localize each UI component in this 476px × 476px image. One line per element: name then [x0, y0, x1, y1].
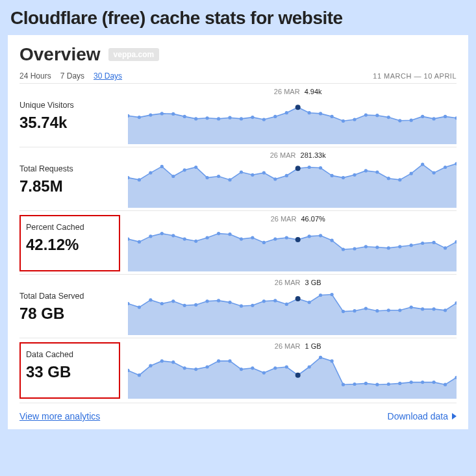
hover-date: 26 MAR	[274, 88, 300, 95]
svg-point-121	[138, 373, 141, 377]
svg-point-108	[331, 293, 334, 296]
svg-point-39	[228, 178, 231, 181]
spark-chart-total-data[interactable]: 26 MAR 3 GB	[128, 279, 457, 335]
svg-point-143	[387, 382, 390, 386]
metric-row-percent-cached: Percent Cached 42.12% 26 MAR 46.07%	[19, 210, 457, 274]
svg-point-106	[308, 301, 311, 304]
view-more-analytics-link[interactable]: View more analytics	[19, 411, 100, 421]
svg-point-116	[421, 307, 424, 310]
hover-date: 26 MAR	[275, 342, 301, 350]
chevron-right-icon	[452, 413, 457, 420]
svg-point-93	[160, 302, 164, 305]
spark-chart-total-requests[interactable]: 26 MAR 281.33k	[128, 151, 457, 208]
svg-point-4	[171, 112, 175, 116]
svg-point-76	[308, 234, 311, 238]
svg-point-139	[342, 383, 345, 386]
range-30d[interactable]: 30 Days	[94, 71, 122, 81]
svg-point-54	[398, 178, 401, 181]
svg-point-66	[194, 240, 197, 243]
svg-point-31	[138, 178, 141, 181]
svg-point-7	[206, 116, 209, 119]
svg-point-27	[432, 117, 436, 120]
svg-point-85	[410, 244, 413, 247]
svg-point-67	[206, 236, 209, 239]
svg-point-80	[353, 247, 356, 250]
svg-point-20	[353, 118, 356, 121]
svg-point-52	[375, 170, 379, 173]
download-data-label: Download data	[388, 411, 448, 421]
hover-value: 4.94k	[305, 88, 322, 95]
svg-point-18	[331, 115, 334, 118]
svg-point-123	[160, 359, 164, 362]
svg-point-17	[319, 112, 322, 115]
svg-point-147	[432, 381, 436, 384]
svg-point-140	[353, 382, 356, 386]
svg-point-138	[331, 359, 334, 362]
svg-point-10	[240, 117, 243, 120]
hover-label: 26 MAR 4.94k	[274, 88, 322, 95]
download-data-link[interactable]: Download data	[388, 411, 457, 421]
svg-point-145	[410, 381, 413, 384]
hover-date: 26 MAR	[275, 279, 301, 286]
metric-value: 33 GB	[26, 363, 114, 381]
svg-point-95	[183, 304, 186, 307]
svg-point-73	[273, 238, 277, 241]
metric-label: Percent Cached	[26, 223, 114, 232]
svg-point-78	[331, 239, 334, 242]
svg-point-96	[194, 303, 197, 307]
svg-point-92	[149, 298, 152, 301]
svg-point-61	[138, 240, 141, 244]
metric-label: Total Data Served	[19, 292, 120, 301]
svg-point-68	[217, 232, 220, 235]
metric-label: Unique Visitors	[19, 101, 120, 110]
metric-value: 42.12%	[26, 236, 114, 254]
metric-info-highlighted: Percent Cached 42.12%	[19, 215, 120, 271]
svg-point-97	[206, 299, 209, 303]
svg-point-72	[262, 241, 266, 244]
spark-chart-percent-cached[interactable]: 26 MAR 46.07%	[128, 215, 457, 271]
svg-point-118	[444, 308, 447, 312]
svg-point-55	[410, 172, 413, 175]
svg-point-28	[444, 115, 447, 118]
svg-point-132	[262, 371, 266, 375]
hover-label: 26 MAR 46.07%	[271, 215, 325, 223]
svg-point-129	[228, 359, 231, 362]
svg-point-33	[160, 165, 164, 168]
svg-point-86	[421, 242, 424, 245]
svg-point-99	[228, 301, 231, 304]
spark-chart-unique-visitors[interactable]: 26 MAR 4.94k	[128, 88, 457, 144]
svg-point-44	[285, 174, 288, 177]
svg-point-127	[206, 365, 209, 368]
svg-point-12	[262, 118, 266, 121]
svg-point-40	[240, 170, 243, 173]
svg-point-122	[149, 364, 152, 368]
svg-point-83	[387, 246, 390, 249]
metric-value: 78 GB	[19, 305, 120, 323]
svg-point-47	[319, 166, 322, 169]
svg-point-101	[251, 304, 254, 307]
range-24h[interactable]: 24 Hours	[19, 71, 51, 81]
svg-point-91	[138, 306, 141, 309]
svg-point-117	[432, 307, 436, 310]
hover-date: 26 MAR	[270, 151, 296, 159]
metric-info: Total Data Served 78 GB	[19, 279, 120, 335]
svg-point-1	[138, 116, 141, 119]
svg-point-114	[398, 308, 401, 312]
svg-point-14	[285, 111, 288, 114]
overview-title: Overview	[19, 44, 101, 65]
svg-point-56	[421, 163, 424, 166]
svg-point-113	[387, 308, 390, 312]
svg-point-42	[262, 171, 266, 175]
range-7d[interactable]: 7 Days	[60, 71, 84, 81]
svg-point-41	[251, 173, 254, 177]
svg-point-131	[251, 366, 254, 370]
hover-label: 26 MAR 281.33k	[270, 151, 326, 159]
svg-point-77	[319, 234, 322, 237]
spark-chart-data-cached[interactable]: 26 MAR 1 GB	[128, 342, 457, 399]
svg-point-6	[194, 117, 197, 120]
svg-point-135	[295, 373, 301, 378]
svg-point-112	[375, 309, 379, 312]
svg-point-98	[217, 299, 220, 302]
svg-point-84	[398, 245, 401, 248]
svg-point-74	[285, 236, 288, 239]
